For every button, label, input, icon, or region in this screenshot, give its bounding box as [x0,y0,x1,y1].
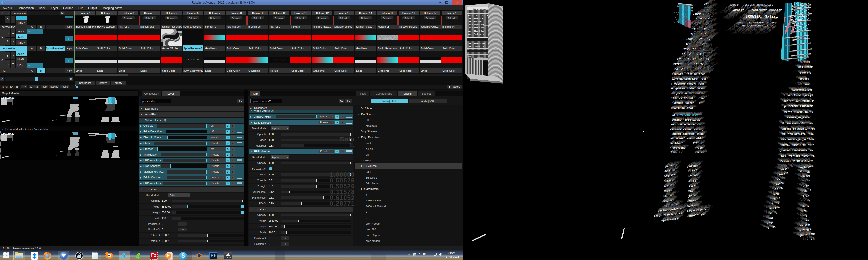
svg-text:User Klseck F..___: User Klseck F..___ [468,17,489,20]
svg-text:App gewundene: App gewundene [472,8,488,10]
svg-text:User depth bug____: User depth bug____ [468,24,489,26]
svg-text:User Seelenz _____: User Seelenz _____ [468,21,489,23]
svg-text:intergrys__18.7751: intergrys__18.7751 [468,14,489,16]
svg-text:User cloud ben....: User cloud ben.... [468,27,489,29]
svg-text:User Kiseck vtr. B: User Kiseck vtr. B [468,42,489,44]
svg-text:User Funkser ..___: User Funkser ..___ [468,33,489,35]
svg-text:User Usere___331__: User Usere___331__ [468,45,489,48]
svg-text:User Cloud Co.. __: User Cloud Co.. __ [468,30,489,32]
svg-text:Mur....._____: Mur....._____ [468,55,483,58]
